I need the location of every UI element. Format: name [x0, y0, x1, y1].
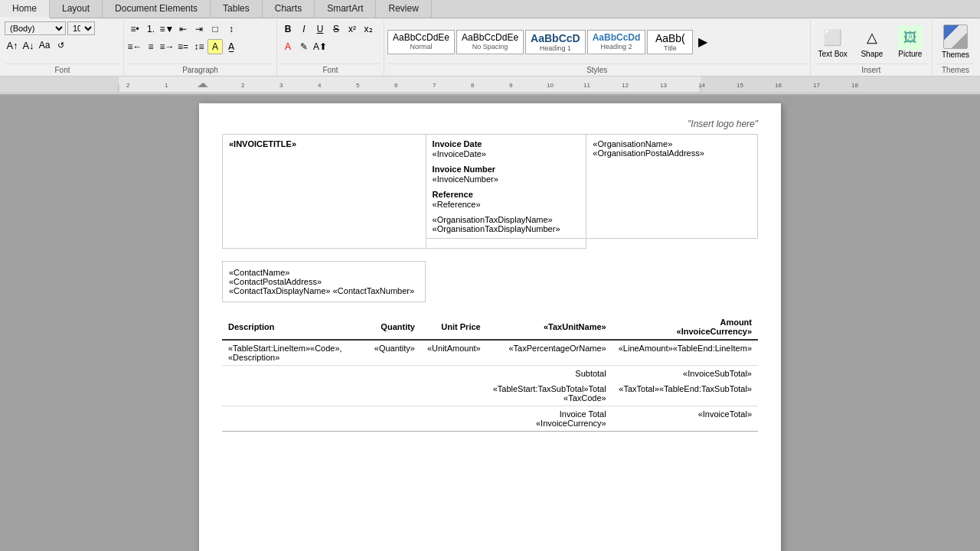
- themes-btn[interactable]: Themes: [937, 21, 974, 62]
- font-size-select[interactable]: 10: [67, 21, 95, 35]
- multilevel-btn[interactable]: ≡▼: [159, 21, 175, 37]
- logo-placeholder: "Insert logo here": [222, 119, 758, 129]
- tab-tables[interactable]: Tables: [211, 0, 263, 18]
- border-btn[interactable]: □: [207, 21, 223, 37]
- style-normal[interactable]: AaBbCcDdEe Normal: [387, 30, 455, 54]
- italic-btn[interactable]: I: [296, 21, 312, 37]
- text-effects-btn[interactable]: A⬆: [312, 39, 328, 54]
- col-unit-price: Unit Price: [421, 315, 487, 340]
- svg-text:6: 6: [394, 82, 398, 89]
- themes-group-label: Themes: [937, 64, 974, 76]
- col-tax-unit: «TaxUnitName»: [487, 315, 612, 340]
- svg-text:16: 16: [775, 82, 782, 89]
- line-spacing-btn[interactable]: ↕≡: [191, 39, 207, 54]
- contact-cell: [426, 239, 586, 249]
- style-title[interactable]: AaBb( Title: [647, 30, 693, 54]
- align-right-btn[interactable]: ≡→: [159, 39, 175, 54]
- decrease-font-btn[interactable]: A↓: [21, 37, 36, 53]
- font-name-select[interactable]: (Body): [5, 21, 66, 35]
- contact-tax: «ContactTaxDisplayName» «ContactTaxNumbe…: [229, 286, 419, 295]
- org-address: «OrganisationPostalAddress»: [593, 148, 751, 158]
- contact-info-block: «ContactName» «ContactPostalAddress» «Co…: [222, 261, 426, 302]
- style-h1-label: Heading 1: [531, 44, 580, 52]
- subtotal-empty: [222, 366, 487, 382]
- text-highlight-btn[interactable]: ✎: [296, 39, 312, 54]
- line-unit-amount: «UnitAmount»: [421, 340, 487, 366]
- bullets-btn[interactable]: ≡•: [127, 21, 142, 37]
- styles-group: AaBbCcDdEe Normal AaBbCcDdEe No Spacing …: [384, 20, 811, 76]
- svg-text:3: 3: [279, 82, 283, 89]
- invoice-total-row: Invoice Total «InvoiceCurrency» «Invoice…: [222, 406, 758, 432]
- tab-document-elements[interactable]: Document Elements: [103, 0, 211, 18]
- tax-row: «TableStart:TaxSubTotal»Total «TaxCode» …: [222, 381, 758, 406]
- svg-text:2: 2: [241, 82, 245, 89]
- picture-label: Picture: [898, 50, 922, 58]
- subscript-btn[interactable]: x₂: [361, 21, 376, 37]
- style-h2-preview: AaBbCcDd: [593, 32, 641, 43]
- tab-smartart[interactable]: SmartArt: [315, 0, 376, 18]
- items-table: Description Quantity Unit Price «TaxUnit…: [222, 315, 758, 432]
- org-name: «OrganisationName»: [593, 139, 751, 148]
- invoice-number-value: «InvoiceNumber»: [433, 174, 580, 184]
- clear-format-btn[interactable]: ↺: [53, 37, 68, 53]
- style-normal-preview: AaBbCcDdEe: [393, 32, 449, 43]
- org-tax-display: «OrganisationTaxDisplayName»: [433, 215, 580, 224]
- bold-btn[interactable]: B: [280, 21, 296, 37]
- tab-charts[interactable]: Charts: [263, 0, 315, 18]
- sort-btn[interactable]: ↕: [224, 21, 239, 37]
- line-quantity: «Quantity»: [365, 340, 421, 366]
- change-case-btn[interactable]: Aa: [37, 37, 52, 53]
- svg-text:13: 13: [660, 82, 667, 89]
- paragraph-group: ≡• 1. ≡▼ ⇤ ⇥ □ ↕ ≡← ≡ ≡→ ≡= ↕≡ A A̲ Para…: [124, 20, 277, 76]
- svg-text:8: 8: [471, 82, 475, 89]
- textbox-btn[interactable]: ⬜ Text Box: [814, 22, 852, 61]
- tab-review[interactable]: Review: [376, 0, 431, 18]
- svg-text:10: 10: [547, 82, 554, 89]
- highlight-btn[interactable]: A̲: [224, 39, 239, 54]
- picture-icon: 🖼: [898, 25, 923, 50]
- style-no-spacing[interactable]: AaBbCcDdEe No Spacing: [456, 30, 524, 54]
- invoice-total-empty: [222, 406, 487, 432]
- document-area: "Insert logo here" «INVOICETITLE» Invoic…: [0, 96, 980, 551]
- underline-btn[interactable]: U: [312, 21, 328, 37]
- svg-text:12: 12: [622, 82, 629, 89]
- tab-layout[interactable]: Layout: [50, 0, 103, 18]
- style-no-spacing-preview: AaBbCcDdEe: [462, 32, 518, 43]
- font-group: (Body) 10 A↑ A↓ Aa ↺ Font: [2, 20, 124, 76]
- paragraph-group-label: Paragraph: [127, 64, 273, 76]
- superscript-btn[interactable]: x²: [345, 21, 360, 37]
- align-center-btn[interactable]: ≡: [143, 39, 158, 54]
- themes-label: Themes: [942, 51, 969, 59]
- contact-address: «ContactPostalAddress»: [229, 277, 419, 286]
- align-left-btn[interactable]: ≡←: [127, 39, 142, 54]
- style-heading2[interactable]: AaBbCcDd Heading 2: [587, 30, 646, 54]
- strikethrough-btn[interactable]: S: [328, 21, 344, 37]
- tab-home[interactable]: Home: [0, 0, 50, 18]
- shape-btn[interactable]: △ Shape: [854, 22, 890, 61]
- justify-btn[interactable]: ≡=: [175, 39, 191, 54]
- table-row: «TableStart:LineItem»«Code», «Descriptio…: [222, 340, 758, 366]
- svg-text:7: 7: [433, 82, 436, 89]
- line-tax-percent: «TaxPercentageOrName»: [487, 340, 612, 366]
- styles-scroll-btn[interactable]: ▶: [695, 34, 710, 50]
- invoice-header-table: «INVOICETITLE» Invoice Date «InvoiceDate…: [222, 134, 758, 249]
- empty-cell: [586, 239, 758, 249]
- increase-indent-btn[interactable]: ⇥: [191, 21, 207, 37]
- subtotal-row: Subtotal «InvoiceSubTotal»: [222, 366, 758, 382]
- increase-font-btn[interactable]: A↑: [5, 37, 20, 53]
- font-color-btn[interactable]: A: [280, 39, 296, 54]
- style-h1-preview: AaBbCcD: [531, 32, 580, 44]
- invoice-total-label: Invoice Total «InvoiceCurrency»: [487, 406, 612, 432]
- numbering-btn[interactable]: 1.: [143, 21, 158, 37]
- org-tax-number: «OrganisationTaxDisplayNumber»: [433, 224, 580, 233]
- style-heading1[interactable]: AaBbCcD Heading 1: [525, 30, 586, 54]
- invoice-date-label: Invoice Date: [433, 139, 580, 148]
- reference-value: «Reference»: [433, 200, 580, 209]
- page: "Insert logo here" «INVOICETITLE» Invoic…: [199, 103, 781, 551]
- decrease-indent-btn[interactable]: ⇤: [175, 21, 191, 37]
- ruler: 2 1 1 2 3 4 5 6 7 8 9 10 11 12 13 14 15 …: [0, 77, 980, 95]
- shading-btn[interactable]: A: [207, 39, 223, 54]
- invoice-title: «INVOICETITLE»: [229, 139, 296, 148]
- picture-btn[interactable]: 🖼 Picture: [892, 22, 929, 61]
- invoice-number-label: Invoice Number: [433, 165, 580, 174]
